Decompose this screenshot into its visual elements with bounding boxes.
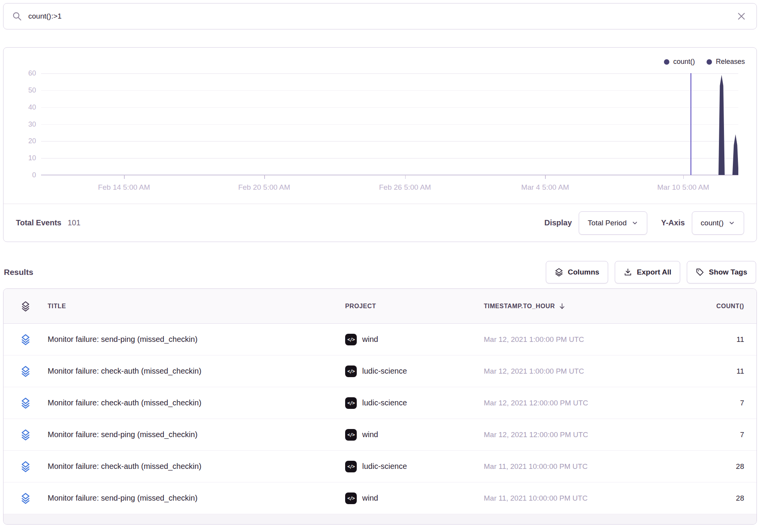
y-tick-label: 0: [3, 171, 36, 179]
project-name: ludic-science: [362, 367, 407, 376]
y-axis-labels: 0102030405060: [3, 73, 36, 175]
event-title[interactable]: Monitor failure: send-ping (missed_check…: [48, 335, 345, 344]
chart-plot: Feb 14 5:00 AMFeb 20 5:00 AMFeb 26 5:00 …: [41, 73, 738, 175]
table-footer-strip: [3, 514, 757, 524]
results-heading: Results: [4, 268, 33, 277]
table-row[interactable]: Monitor failure: send-ping (missed_check…: [3, 482, 757, 514]
chevron-down-icon: [631, 220, 638, 227]
legend-item-count[interactable]: count(): [664, 58, 695, 66]
timestamp-value: Mar 11, 2021 10:00:00 PM UTC: [484, 494, 674, 503]
project-cell: </> wind: [345, 493, 484, 504]
x-tick-label: Feb 26 5:00 AM: [359, 183, 452, 192]
show-tags-button[interactable]: Show Tags: [687, 261, 756, 283]
x-tick-label: Feb 20 5:00 AM: [218, 183, 311, 192]
y-tick-label: 10: [3, 154, 36, 162]
column-header-timestamp-label: TIMESTAMP.TO_HOUR: [484, 303, 555, 310]
y-tick-label: 60: [3, 69, 36, 77]
events-chart-panel: count() Releases 0102030405060 Feb 14 5:…: [3, 47, 757, 242]
column-header-title[interactable]: TITLE: [48, 303, 345, 310]
count-spike: [732, 134, 738, 175]
project-name: wind: [362, 430, 378, 439]
count-spike: [719, 75, 725, 175]
project-cell: </> wind: [345, 334, 484, 345]
total-events-value: 101: [67, 218, 80, 227]
columns-button[interactable]: Columns: [546, 261, 608, 283]
project-name: ludic-science: [362, 462, 407, 471]
chart-footer: Total Events 101 Display Total Period Y-…: [3, 204, 757, 242]
column-header-project[interactable]: PROJECT: [345, 303, 484, 310]
display-dropdown[interactable]: Total Period: [579, 211, 647, 235]
event-title[interactable]: Monitor failure: send-ping (missed_check…: [48, 430, 345, 439]
y-tick-label: 40: [3, 103, 36, 112]
event-title[interactable]: Monitor failure: send-ping (missed_check…: [48, 494, 345, 503]
table-row[interactable]: Monitor failure: send-ping (missed_check…: [3, 324, 757, 355]
search-input[interactable]: [28, 12, 735, 21]
count-value: 7: [674, 399, 757, 407]
release-marker-line: [690, 73, 691, 175]
project-cell: </> wind: [345, 429, 484, 441]
project-platform-icon: </>: [345, 397, 357, 409]
x-tick-label: Mar 4 5:00 AM: [499, 183, 591, 192]
export-all-button-label: Export All: [637, 268, 671, 276]
open-stack-icon[interactable]: [20, 461, 31, 472]
clear-search-icon[interactable]: [735, 10, 748, 23]
column-header-timestamp[interactable]: TIMESTAMP.TO_HOUR: [484, 302, 674, 310]
open-stack-icon[interactable]: [20, 493, 31, 504]
columns-button-label: Columns: [568, 268, 599, 276]
project-platform-icon: </>: [345, 334, 357, 345]
project-name: wind: [362, 335, 378, 344]
legend-dot-icon: [664, 59, 669, 65]
table-row[interactable]: Monitor failure: check-auth (missed_chec…: [3, 451, 757, 482]
yaxis-dropdown-value: count(): [701, 219, 724, 227]
open-stack-icon[interactable]: [20, 397, 31, 409]
project-cell: </> ludic-science: [345, 461, 484, 472]
x-tick: [683, 175, 684, 179]
y-tick-label: 20: [3, 137, 36, 145]
column-header-count[interactable]: COUNT(): [674, 303, 757, 310]
display-label: Display: [544, 218, 572, 227]
layers-icon: [555, 268, 563, 276]
chevron-down-icon: [728, 220, 735, 227]
search-bar: [3, 3, 757, 29]
x-tick: [124, 175, 125, 179]
table-row[interactable]: Monitor failure: send-ping (missed_check…: [3, 419, 757, 451]
open-stack-icon[interactable]: [20, 334, 31, 345]
display-dropdown-value: Total Period: [588, 219, 626, 227]
yaxis-dropdown[interactable]: count(): [692, 211, 744, 235]
results-table: TITLE PROJECT TIMESTAMP.TO_HOUR COUNT() …: [3, 288, 757, 525]
yaxis-label: Y-Axis: [661, 218, 685, 227]
legend-label: Releases: [716, 58, 745, 66]
export-all-button[interactable]: Export All: [615, 261, 680, 283]
count-value: 11: [674, 367, 757, 376]
chart-legend: count() Releases: [664, 58, 745, 66]
legend-label: count(): [673, 58, 695, 66]
project-platform-icon: </>: [345, 461, 357, 472]
results-header: Results Columns Export All Show Tags: [4, 261, 756, 283]
x-tick-label: Feb 14 5:00 AM: [77, 183, 170, 192]
sort-descending-icon: [558, 302, 566, 310]
timestamp-value: Mar 12, 2021 12:00:00 PM UTC: [484, 431, 674, 439]
chart-series-svg: [41, 73, 738, 175]
project-platform-icon: </>: [345, 366, 357, 377]
table-body: Monitor failure: send-ping (missed_check…: [3, 324, 757, 514]
event-title[interactable]: Monitor failure: check-auth (missed_chec…: [48, 367, 345, 376]
y-tick-label: 30: [3, 120, 36, 129]
project-name: ludic-science: [362, 398, 407, 407]
table-row[interactable]: Monitor failure: check-auth (missed_chec…: [3, 355, 757, 387]
event-title[interactable]: Monitor failure: check-auth (missed_chec…: [48, 398, 345, 407]
table-header-row: TITLE PROJECT TIMESTAMP.TO_HOUR COUNT(): [3, 289, 757, 324]
tag-icon: [696, 268, 704, 276]
open-stack-icon[interactable]: [20, 429, 31, 441]
table-row[interactable]: Monitor failure: check-auth (missed_chec…: [3, 387, 757, 419]
event-title[interactable]: Monitor failure: check-auth (missed_chec…: [48, 462, 345, 471]
project-platform-icon: </>: [345, 493, 357, 504]
show-tags-button-label: Show Tags: [709, 268, 747, 276]
project-platform-icon: </>: [345, 429, 357, 441]
count-value: 11: [674, 335, 757, 344]
project-cell: </> ludic-science: [345, 366, 484, 377]
legend-item-releases[interactable]: Releases: [707, 58, 745, 66]
timestamp-value: Mar 11, 2021 10:00:00 PM UTC: [484, 462, 674, 471]
open-stack-icon[interactable]: [20, 366, 31, 377]
stack-icon: [20, 301, 31, 312]
download-icon: [624, 268, 632, 276]
